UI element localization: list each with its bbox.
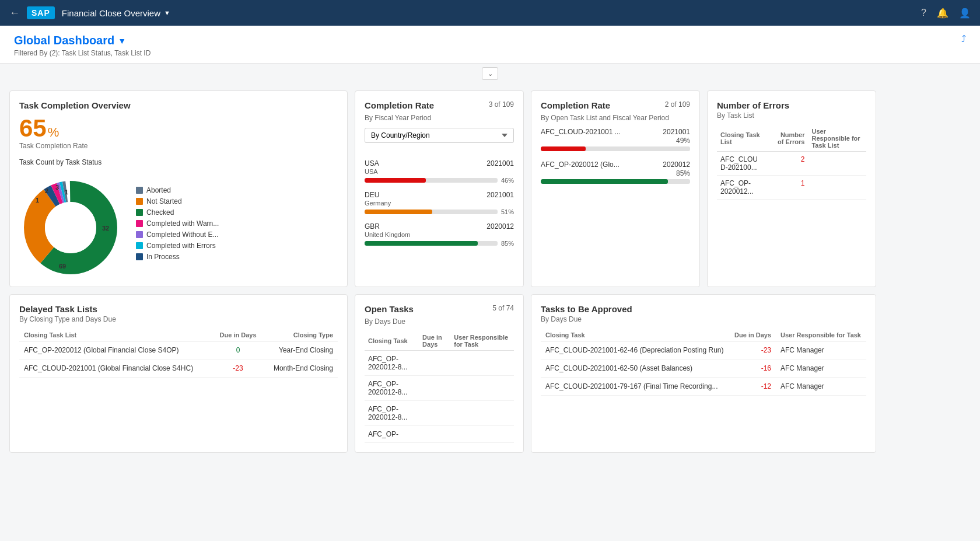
open-days-2: [419, 376, 450, 401]
country-year-deu: 2021001: [487, 191, 514, 199]
completion-rate-fiscal-card: Completion Rate 3 of 109 By Fiscal Year …: [355, 90, 524, 287]
deu-pct: 51%: [501, 208, 514, 215]
country-region-dropdown[interactable]: By Country/Region: [365, 128, 514, 143]
open-task-1: AFC_OP-2020012-8...: [365, 351, 419, 376]
task-completion-overview-card: Task Completion Overview 65 % Task Compl…: [9, 90, 348, 287]
export-button[interactable]: ⤴: [961, 34, 966, 44]
delayed-col-task: Closing Task List: [19, 329, 213, 341]
afc-cloud-id: AFC_CLOUD-2021001 ...: [541, 128, 621, 136]
country-code-gbr: GBR: [365, 222, 380, 231]
nav-dropdown-arrow[interactable]: ▼: [164, 9, 170, 16]
completion-rate-2-title: Completion Rate: [541, 100, 610, 110]
open-tasks-card: Open Tasks 5 of 74 By Days Due Closing T…: [355, 294, 524, 453]
delayed-row-1: AFC_OP-2020012 (Global Financial Close S…: [19, 341, 338, 359]
table-row: AFC_CLOUD-2021001-62-46 (Depreciation Po…: [541, 341, 866, 359]
delayed-days-2: -23: [213, 359, 263, 378]
errors-subtitle: By Task List: [717, 111, 866, 120]
afc-op-row: AFC_OP-2020012 (Glo... 2020012 85%: [541, 160, 690, 184]
completion-rate-1-count: 3 of 109: [489, 100, 514, 109]
donut-label-3: 3: [55, 184, 59, 191]
open-user-3: [450, 401, 514, 426]
open-user-4: [450, 426, 514, 443]
delayed-title: Delayed Task Lists: [19, 304, 338, 314]
top-navigation: ← SAP Financial Close Overview ▼ ? 🔔 👤: [0, 0, 980, 26]
afc-cloud-pct: 49%: [676, 137, 690, 145]
table-row: AFC_CLOUD-2021001-62-50 (Asset Balances)…: [541, 359, 866, 378]
tasks-approved-title: Tasks to Be Approved: [541, 304, 866, 314]
country-name-deu: Germany: [365, 200, 514, 207]
afc-op-pct: 85%: [676, 169, 690, 177]
chart-section-title: Task Count by Task Status: [19, 158, 338, 166]
open-days-1: [419, 351, 450, 376]
legend-not-started: Not Started: [146, 197, 182, 205]
task-completion-title: Task Completion Overview: [19, 100, 338, 110]
donut-label-1: 1: [36, 197, 39, 204]
delayed-table: Closing Task List Due in Days Closing Ty…: [19, 329, 338, 378]
table-row: AFC_OP-2020012-8...: [365, 376, 514, 401]
country-name-gbr: United Kingdom: [365, 231, 514, 238]
afc-cloud-year: 2021001: [663, 128, 690, 136]
completion-rate-2-count: 2 of 109: [665, 100, 690, 109]
nav-title-text: Financial Close Overview: [62, 8, 160, 18]
legend-checked: Checked: [146, 208, 174, 217]
errors-user-2: [808, 176, 866, 200]
country-code-deu: DEU: [365, 191, 379, 199]
legend-completed-errors: Completed with Errors: [146, 242, 216, 250]
open-task-4: AFC_OP-: [365, 426, 419, 443]
delayed-task-1: AFC_OP-2020012 (Global Financial Close S…: [19, 341, 213, 359]
approval-user-1: AFC Manager: [776, 341, 866, 359]
delayed-subtitle: By Closing Type and Days Due: [19, 315, 338, 323]
open-tasks-col-task: Closing Task: [365, 331, 419, 351]
completion-rate-1-subtitle: By Fiscal Year Period: [365, 114, 514, 122]
afc-op-id: AFC_OP-2020012 (Glo...: [541, 160, 620, 169]
approval-days-3: -12: [730, 378, 776, 396]
approval-user-3: AFC Manager: [776, 378, 866, 396]
main-content: Task Completion Overview 65 % Task Compl…: [0, 83, 980, 460]
filter-text: Filtered By (2): Task List Status, Task …: [14, 49, 150, 57]
svg-point-7: [45, 202, 96, 253]
afc-cloud-row: AFC_CLOUD-2021001 ... 2021001 49%: [541, 128, 690, 151]
country-row-gbr: GBR 2020012 United Kingdom 85%: [365, 222, 514, 247]
open-task-2: AFC_OP-2020012-8...: [365, 376, 419, 401]
collapse-bar: ⌄: [0, 64, 980, 83]
delayed-type-2: Month-End Closing: [263, 359, 338, 378]
errors-row-1: AFC_CLOU D-202100... 2: [717, 152, 866, 176]
donut-legend: Aborted Not Started Checked Completed wi…: [136, 186, 219, 264]
bell-icon[interactable]: 🔔: [937, 8, 949, 19]
delayed-type-1: Year-End Closing: [263, 341, 338, 359]
donut-chart: 1 2 3 1 32 69: [19, 172, 124, 277]
collapse-button[interactable]: ⌄: [482, 67, 498, 80]
donut-label-2: 2: [45, 187, 48, 194]
tasks-approved-card: Tasks to Be Approved By Days Due Closing…: [531, 294, 876, 453]
open-tasks-col-user: User Responsible for Task: [450, 331, 514, 351]
errors-title: Number of Errors: [717, 100, 866, 110]
legend-aborted: Aborted: [146, 186, 171, 194]
approval-col-user: User Responsible for Task: [776, 329, 866, 341]
errors-count-2: 1: [770, 176, 808, 200]
dashboard-dropdown-arrow[interactable]: ▼: [118, 36, 126, 46]
delayed-row-2: AFC_CLOUD-2021001 (Global Financial Clos…: [19, 359, 338, 378]
country-row-deu: DEU 2021001 Germany 51%: [365, 191, 514, 215]
completion-rate-label: Task Completion Rate: [19, 142, 338, 150]
legend-in-process: In Process: [146, 253, 180, 261]
errors-table: Closing Task List Number of Errors User …: [717, 125, 866, 200]
approval-col-task: Closing Task: [541, 329, 730, 341]
back-button[interactable]: ←: [9, 7, 20, 19]
approval-task-1: AFC_CLOUD-2021001-62-46 (Depreciation Po…: [541, 341, 730, 359]
approval-days-2: -16: [730, 359, 776, 378]
open-user-1: [450, 351, 514, 376]
user-icon[interactable]: 👤: [959, 8, 971, 19]
approval-table: Closing Task Due in Days User Responsibl…: [541, 329, 866, 396]
help-icon[interactable]: ?: [921, 8, 926, 18]
approval-days-1: -23: [730, 341, 776, 359]
completion-rate-2-subtitle: By Open Task List and Fiscal Year Period: [541, 114, 690, 122]
sap-logo: SAP: [27, 6, 55, 19]
table-row: AFC_OP-2020012-8...: [365, 401, 514, 426]
page-title-text: Global Dashboard: [14, 34, 114, 47]
country-row-usa: USA 2021001 USA 46%: [365, 159, 514, 184]
donut-label-4: 1: [65, 189, 68, 196]
table-row: AFC_CLOUD-2021001-79-167 (Final Time Rec…: [541, 378, 866, 396]
errors-col-task: Closing Task List: [717, 125, 770, 152]
open-tasks-count: 5 of 74: [492, 304, 514, 312]
errors-task-1: AFC_CLOU D-202100...: [717, 152, 770, 176]
